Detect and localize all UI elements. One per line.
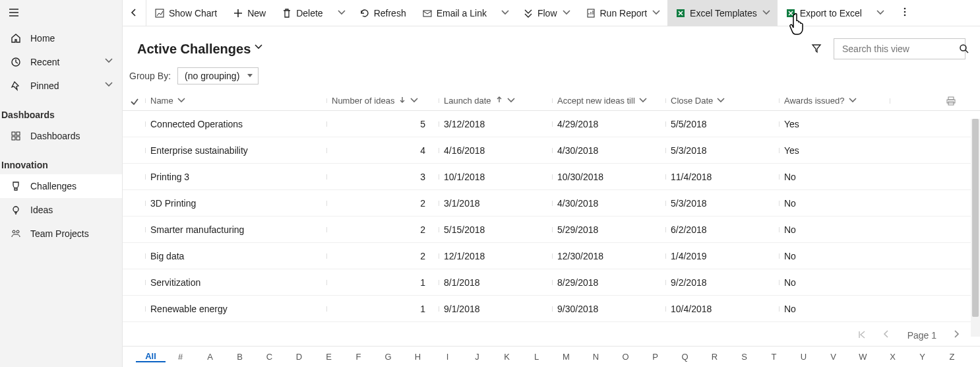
alpha-z[interactable]: Z [937, 352, 967, 362]
view-picker-chevron[interactable] [255, 44, 264, 55]
column-header-name[interactable]: Name [145, 96, 326, 106]
alpha-q[interactable]: Q [670, 352, 700, 362]
cell-close: 10/4/2018 [665, 304, 779, 314]
nav-group-innovation: Innovation [0, 148, 122, 174]
print-icon [946, 96, 956, 106]
alpha-all[interactable]: All [136, 351, 166, 362]
cell-ideas: 2 [326, 198, 439, 209]
delete-button[interactable]: Delete [274, 0, 330, 26]
nav-item-label: Team Projects [30, 228, 89, 239]
cell-awards: No [779, 251, 890, 261]
cell-name: Enterprise sustainability [145, 145, 326, 156]
alpha-i[interactable]: I [433, 352, 462, 362]
clock-icon [9, 55, 22, 69]
chevron-down-icon [501, 9, 508, 17]
nav-item-dashboards[interactable]: Dashboards [0, 124, 122, 148]
alpha-d[interactable]: D [284, 352, 314, 362]
cell-awards: Yes [779, 119, 890, 129]
alpha-m[interactable]: M [551, 352, 581, 362]
column-header-accept[interactable]: Accept new ideas till [552, 96, 665, 106]
alpha-p[interactable]: P [640, 352, 670, 362]
search-input[interactable] [841, 43, 959, 55]
alpha-n[interactable]: N [581, 352, 611, 362]
flow-button[interactable]: Flow [515, 0, 578, 26]
alpha-j[interactable]: J [462, 352, 492, 362]
email-link-dropdown[interactable] [495, 0, 515, 26]
cell-name: Servitization [145, 277, 326, 288]
cell-launch: 4/16/2018 [439, 145, 552, 156]
overflow-button[interactable] [893, 7, 921, 19]
filter-button[interactable] [811, 43, 822, 55]
run-report-button[interactable]: Run Report [578, 0, 668, 26]
alpha-u[interactable]: U [789, 352, 818, 362]
alpha-x[interactable]: X [878, 352, 907, 362]
delete-dropdown[interactable] [331, 0, 352, 26]
alpha-t[interactable]: T [759, 352, 789, 362]
vertical-scrollbar[interactable] [971, 119, 980, 337]
nav-item-recent[interactable]: Recent [0, 50, 122, 74]
column-header-ideas[interactable]: Number of ideas [326, 96, 439, 106]
alpha-o[interactable]: O [611, 352, 640, 362]
nav-item-challenges[interactable]: Challenges [0, 174, 122, 198]
refresh-button[interactable]: Refresh [352, 0, 414, 26]
scrollbar-thumb[interactable] [972, 119, 979, 317]
print-button[interactable] [890, 96, 980, 106]
alpha-c[interactable]: C [255, 352, 284, 362]
table-row[interactable]: Printing 3 3 10/1/2018 10/30/2018 11/4/2… [123, 164, 980, 190]
show-chart-button[interactable]: Show Chart [146, 0, 225, 26]
nav-group-dashboards: Dashboards [0, 98, 122, 124]
alpha-k[interactable]: K [492, 352, 522, 362]
table-row[interactable]: Big data 2 12/1/2018 12/30/2018 1/4/2019… [123, 243, 980, 269]
mail-icon [422, 8, 433, 18]
nav-item-ideas[interactable]: Ideas [0, 198, 122, 222]
nav-item-pinned[interactable]: Pinned [0, 74, 122, 98]
alpha-v[interactable]: V [818, 352, 848, 362]
column-header-awards[interactable]: Awards issued? [779, 96, 890, 106]
table-row[interactable]: 3D Printing 2 3/1/2018 4/30/2018 5/3/201… [123, 190, 980, 217]
back-button[interactable] [123, 0, 146, 26]
nav-item-label: Ideas [30, 205, 53, 215]
cell-launch: 10/1/2018 [439, 172, 552, 182]
cell-name: Connected Operations [145, 119, 326, 129]
alpha-r[interactable]: R [700, 352, 729, 362]
pin-icon [9, 79, 22, 92]
column-header-launch[interactable]: Launch date [439, 96, 552, 106]
table-row[interactable]: Smarter manufacturing 2 5/15/2018 5/29/2… [123, 217, 980, 243]
table-row[interactable]: Renewable energy 1 9/1/2018 9/30/2018 10… [123, 296, 980, 322]
table-row[interactable]: Servitization 1 8/1/2018 8/29/2018 9/2/2… [123, 269, 980, 296]
first-page-button[interactable] [857, 330, 867, 341]
nav-item-home[interactable]: Home [0, 26, 122, 50]
alpha-l[interactable]: L [522, 352, 551, 362]
nav-collapse-button[interactable] [0, 0, 122, 26]
groupby-select[interactable]: (no grouping) [177, 67, 259, 84]
select-all-checkbox[interactable] [123, 96, 145, 106]
table-row[interactable]: Connected Operations 5 3/12/2018 4/29/20… [123, 111, 980, 137]
alpha-y[interactable]: Y [907, 352, 937, 362]
alpha-e[interactable]: E [314, 352, 344, 362]
next-page-button[interactable] [952, 330, 962, 341]
alpha-w[interactable]: W [848, 352, 878, 362]
search-box[interactable] [834, 38, 965, 59]
cell-ideas: 1 [326, 277, 439, 288]
table-row[interactable]: Enterprise sustainability 4 4/16/2018 4/… [123, 137, 980, 164]
nav-item-team-projects[interactable]: Team Projects [0, 222, 122, 246]
excel-templates-button[interactable]: Excel Templates [667, 0, 778, 26]
view-title[interactable]: Active Challenges [137, 42, 251, 57]
cell-accept: 4/30/2018 [552, 145, 665, 156]
new-button[interactable]: New [225, 0, 274, 26]
alpha-f[interactable]: F [344, 352, 373, 362]
email-link-button[interactable]: Email a Link [414, 0, 495, 26]
chevron-down-icon [762, 8, 770, 18]
export-excel-button[interactable]: Export to Excel [778, 0, 870, 26]
alpha-s[interactable]: S [729, 352, 759, 362]
alpha-g[interactable]: G [373, 352, 403, 362]
prev-page-button[interactable] [882, 330, 892, 341]
alpha-#[interactable]: # [166, 352, 195, 362]
export-excel-dropdown[interactable] [870, 0, 890, 26]
alpha-b[interactable]: B [225, 352, 255, 362]
alpha-h[interactable]: H [403, 352, 433, 362]
column-header-close[interactable]: Close Date [665, 96, 779, 106]
alpha-a[interactable]: A [195, 352, 225, 362]
excel-icon [785, 8, 796, 18]
cell-awards: Yes [779, 145, 890, 156]
